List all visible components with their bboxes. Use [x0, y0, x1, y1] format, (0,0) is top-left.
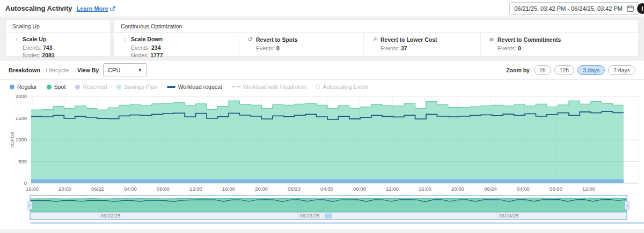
stat-events: Events: 0	[497, 44, 636, 52]
svg-text:06/24/25: 06/24/25	[499, 213, 519, 219]
svg-text:06/22/25: 06/22/25	[101, 213, 121, 219]
svg-text:06/24: 06/24	[484, 186, 497, 192]
legend-reserved[interactable]: Reserved	[75, 84, 107, 90]
tab-breakdown[interactable]: Breakdown	[9, 67, 40, 73]
stat-events: Events: 0	[256, 44, 361, 52]
legend-workload-with-headroom[interactable]: Workload with Headroom	[232, 84, 306, 90]
horizontal-scrollbar[interactable]	[30, 222, 644, 224]
date-range-value: 06/21/25, 03:42 PM - 06/24/25, 03:42 PM	[514, 5, 623, 12]
legend-savings-plan[interactable]: Savings Plan	[116, 84, 157, 90]
revert-to-spots-icon: ↺	[247, 36, 253, 43]
stat-label: Scale Up	[23, 36, 46, 42]
zoom-option-3days[interactable]: 3 days	[577, 65, 605, 75]
stat-revert-to-commitments: ≋ Revert to Commitments Events: 0	[480, 33, 638, 56]
page-title: Autoscaling Activity	[5, 4, 72, 12]
svg-text:04:00: 04:00	[517, 186, 530, 192]
stat-nodes: Nodes: 1777	[131, 51, 237, 59]
svg-text:08:00: 08:00	[550, 186, 562, 192]
scaling-up-title: Scaling Up	[6, 20, 110, 33]
stat-events: Events: 743	[23, 44, 55, 51]
svg-text:06/22: 06/22	[91, 186, 104, 192]
navigator-left-handle[interactable]	[28, 201, 32, 209]
svg-text:1500: 1500	[16, 115, 27, 121]
revert-to-lower-cost-icon: ⇗	[371, 36, 378, 43]
svg-text:vCPUs: vCPUs	[9, 132, 15, 148]
chart-navigator[interactable]: 06/22/2506/23/2506/24/25	[0, 195, 644, 225]
continuous-optimization-title: Continuous Optimization	[114, 20, 638, 33]
stat-label: Scale Down	[131, 36, 163, 42]
regular-dot-icon	[10, 85, 14, 89]
scale-down-icon: ↓	[122, 36, 128, 42]
view-by-select[interactable]: CPU ▼	[103, 63, 147, 77]
zoom-option-12h[interactable]: 12h	[554, 65, 575, 75]
chart-controls: Breakdown Lifecycle View By CPU ▼ Zoom b…	[0, 61, 644, 80]
calendar-icon	[627, 5, 634, 12]
stats-row: Scaling Up ↑ Scale Up Events: 743 Nodes:…	[5, 19, 639, 57]
learn-more-label: Learn More	[76, 5, 108, 12]
spot-dot-icon	[47, 85, 52, 89]
svg-text:08:00: 08:00	[157, 186, 170, 192]
legend-workload-request[interactable]: Workload request	[167, 84, 222, 90]
svg-text:16:00: 16:00	[26, 186, 39, 192]
stat-events: Events: 234	[131, 44, 237, 51]
legend-spot[interactable]: Spot	[47, 84, 66, 90]
svg-text:12:00: 12:00	[582, 186, 595, 192]
info-icon[interactable]: i	[637, 3, 644, 14]
chart-panel: Breakdown Lifecycle View By CPU ▼ Zoom b…	[0, 60, 644, 229]
svg-text:12:00: 12:00	[386, 186, 399, 192]
svg-text:12:00: 12:00	[189, 186, 202, 192]
workload-request-line-icon	[167, 86, 175, 88]
stat-nodes: Nodes: 2081	[23, 51, 55, 59]
legend-autoscaling-event[interactable]: Autoscaling Event	[316, 84, 368, 90]
stat-scale-down: ↓ Scale Down Events: 234 Nodes: 1777	[114, 33, 239, 56]
svg-text:06/23/25: 06/23/25	[300, 213, 320, 219]
scaling-up-panel: Scaling Up ↑ Scale Up Events: 743 Nodes:…	[5, 19, 111, 57]
svg-text:04:00: 04:00	[320, 186, 333, 192]
svg-text:20:00: 20:00	[58, 186, 71, 192]
page-header: Autoscaling Activity Learn More 06/21/25…	[0, 0, 644, 17]
zoom-option-1h[interactable]: 1h	[534, 65, 551, 75]
savings-plan-dot-icon	[116, 85, 121, 89]
chevron-down-icon: ▼	[137, 67, 142, 73]
tab-lifecycle[interactable]: Lifecycle	[46, 67, 69, 73]
stat-label: Revert to Spots	[256, 36, 298, 43]
stat-revert-to-spots: ↺ Revert to Spots Events: 0	[239, 33, 363, 56]
stat-label: Revert to Commitments	[497, 36, 561, 43]
svg-text:16:00: 16:00	[222, 186, 235, 192]
zoom-option-7days[interactable]: 7 days	[608, 65, 635, 75]
view-by-label: View By	[77, 67, 99, 73]
svg-text:06/23: 06/23	[288, 186, 301, 192]
navigator-right-handle[interactable]	[625, 201, 629, 209]
svg-text:2000: 2000	[16, 93, 27, 99]
stat-revert-to-lower-cost: ⇗ Revert to Lower Cost Events: 37	[363, 33, 480, 56]
svg-text:500: 500	[18, 159, 27, 164]
svg-text:0: 0	[24, 180, 27, 186]
autoscaling-event-ring-icon	[316, 85, 320, 89]
stat-events: Events: 37	[380, 44, 478, 52]
vcpu-area-chart[interactable]: 0500100015002000vCPUs16:0020:0006/2204:0…	[0, 92, 644, 195]
reserved-dot-icon	[75, 85, 80, 89]
svg-text:20:00: 20:00	[451, 186, 464, 192]
view-by-value: CPU	[108, 67, 120, 73]
stat-scale-up: ↑ Scale Up Events: 743 Nodes: 2081	[6, 33, 57, 56]
svg-text:04:00: 04:00	[124, 186, 137, 192]
svg-text:08:00: 08:00	[353, 186, 366, 192]
stat-label: Revert to Lower Cost	[380, 36, 437, 43]
revert-to-commitments-icon: ≋	[488, 36, 495, 43]
zoom-by-label: Zoom by	[506, 67, 530, 73]
learn-more-link[interactable]: Learn More	[76, 5, 115, 12]
svg-text:20:00: 20:00	[255, 186, 268, 192]
scale-up-icon: ↑	[13, 36, 20, 42]
external-link-icon	[110, 6, 115, 11]
chart-legend: Regular Spot Reserved Savings Plan Workl…	[0, 80, 644, 92]
svg-text:1000: 1000	[16, 137, 27, 142]
legend-regular[interactable]: Regular	[10, 84, 37, 90]
workload-headroom-line-icon	[232, 86, 240, 87]
svg-text:16:00: 16:00	[419, 186, 431, 192]
continuous-optimization-panel: Continuous Optimization ↓ Scale Down Eve…	[114, 19, 639, 57]
navigator-scrollbar-grip[interactable]	[325, 214, 332, 218]
date-range-picker[interactable]: 06/21/25, 03:42 PM - 06/24/25, 03:42 PM	[509, 2, 639, 15]
